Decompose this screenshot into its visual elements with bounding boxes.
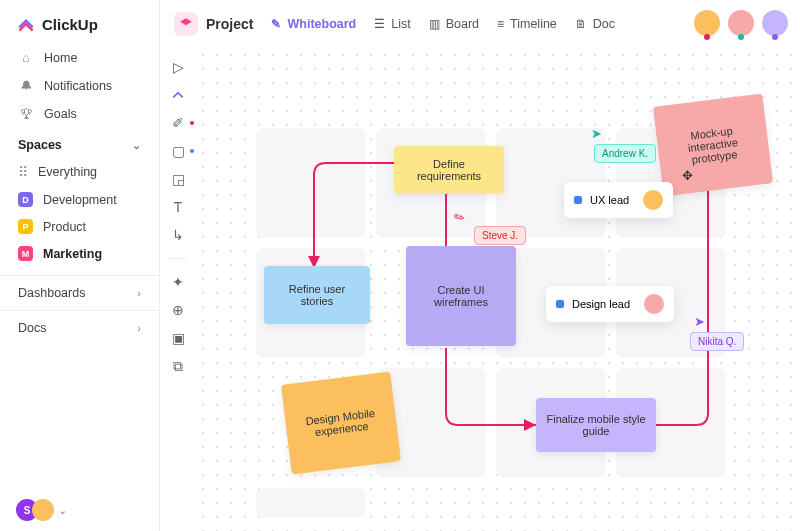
view-list[interactable]: ☰List: [374, 17, 410, 31]
tool-web[interactable]: ⊕: [168, 301, 188, 319]
tool-sticky[interactable]: ◲: [168, 170, 188, 188]
nav-goals[interactable]: 🏆︎Goals: [0, 100, 159, 128]
timeline-icon: ≡: [497, 17, 504, 31]
project-icon: [174, 12, 198, 36]
doc-icon: 🗎: [575, 17, 587, 31]
note-finalize[interactable]: Finalize mobile style guide: [536, 398, 656, 452]
tool-clickup[interactable]: [168, 86, 188, 104]
assignee-avatar[interactable]: [643, 190, 663, 210]
sidebar-footer[interactable]: S ⌄: [0, 489, 159, 531]
whiteboard-toolbar: ▷ ✐ ▢ ◲ T ↳ ✦ ⊕ ▣ ⧉: [160, 48, 196, 531]
view-doc[interactable]: 🗎Doc: [575, 17, 615, 31]
brand-name: ClickUp: [42, 16, 98, 33]
docs-section[interactable]: Docs›: [0, 310, 159, 345]
tool-image[interactable]: ▣: [168, 329, 188, 347]
collaborator-avatar[interactable]: .collab .c:nth-child(1)::after{backgroun…: [694, 10, 720, 36]
tool-connector[interactable]: ↳: [168, 226, 188, 244]
cursor-icon: ➤: [694, 314, 705, 329]
nav-notifications[interactable]: 🔔︎Notifications: [0, 72, 159, 100]
list-icon: ☰: [374, 17, 385, 31]
whiteboard-canvas[interactable]: Define requirements Refine user stories …: [196, 48, 800, 531]
assignee-avatar[interactable]: [644, 294, 664, 314]
cursor-icon: ➤: [591, 126, 602, 141]
space-marketing[interactable]: MMarketing: [0, 240, 159, 267]
whiteboard-icon: ✎: [271, 17, 281, 31]
user-tag-andrew: Andrew K.: [594, 144, 656, 163]
chevron-right-icon: ›: [137, 322, 141, 334]
grid-icon: ⠿: [18, 164, 28, 180]
note-mockup[interactable]: Mock-up interactive prototype: [653, 94, 773, 197]
chevron-right-icon: ›: [137, 287, 141, 299]
card-design-lead[interactable]: Design lead: [546, 286, 674, 322]
user-tag-nikita: Nikita Q.: [690, 332, 744, 351]
bell-icon: 🔔︎: [18, 79, 34, 93]
view-whiteboard[interactable]: ✎Whiteboard: [271, 17, 356, 31]
tool-text[interactable]: T: [168, 198, 188, 216]
note-refine[interactable]: Refine user stories: [264, 266, 370, 324]
tool-shape[interactable]: ▢: [168, 142, 188, 160]
project-chip[interactable]: Project: [174, 12, 253, 36]
space-badge: P: [18, 219, 33, 234]
note-define[interactable]: Define requirements: [394, 146, 504, 194]
dashboards-section[interactable]: Dashboards›: [0, 275, 159, 310]
status-dot: [574, 196, 582, 204]
card-ux-lead[interactable]: UX lead: [564, 182, 673, 218]
tool-shapes2[interactable]: ✦: [168, 273, 188, 291]
chevron-down-icon: ⌄: [132, 139, 141, 152]
trophy-icon: 🏆︎: [18, 107, 34, 121]
space-product[interactable]: PProduct: [0, 213, 159, 240]
collaborator-avatar[interactable]: .collab .c:nth-child(3)::after{backgroun…: [762, 10, 788, 36]
note-design-mobile[interactable]: Design Mobile experience: [281, 372, 401, 475]
collaborator-avatar[interactable]: .collab .c:nth-child(2)::after{backgroun…: [728, 10, 754, 36]
space-badge: M: [18, 246, 33, 261]
space-everything[interactable]: ⠿Everything: [0, 158, 159, 186]
board-icon: ▥: [429, 17, 440, 31]
home-icon: ⌂: [18, 51, 34, 65]
clickup-logo-icon: [16, 14, 36, 34]
sidebar: ClickUp ⌂Home 🔔︎Notifications 🏆︎Goals Sp…: [0, 0, 160, 531]
user-avatar[interactable]: [32, 499, 54, 521]
tool-pen[interactable]: ✐: [168, 114, 188, 132]
move-icon[interactable]: ✥: [682, 168, 693, 183]
view-board[interactable]: ▥Board: [429, 17, 479, 31]
spaces-header[interactable]: Spaces⌄: [0, 128, 159, 158]
tool-select[interactable]: ▷: [168, 58, 188, 76]
view-timeline[interactable]: ≡Timeline: [497, 17, 557, 31]
status-dot: [556, 300, 564, 308]
space-badge: D: [18, 192, 33, 207]
brand-logo[interactable]: ClickUp: [0, 0, 159, 44]
user-tag-steve: Steve J.: [474, 226, 526, 245]
tool-embed[interactable]: ⧉: [168, 357, 188, 375]
space-development[interactable]: DDevelopment: [0, 186, 159, 213]
nav-home[interactable]: ⌂Home: [0, 44, 159, 72]
note-wireframes[interactable]: Create UI wireframes: [406, 246, 516, 346]
collaborators: .collab .c:nth-child(1)::after{backgroun…: [694, 10, 788, 36]
main-area: Project ✎Whiteboard ☰List ▥Board ≡Timeli…: [160, 0, 800, 531]
chevron-down-icon: ⌄: [58, 504, 67, 517]
